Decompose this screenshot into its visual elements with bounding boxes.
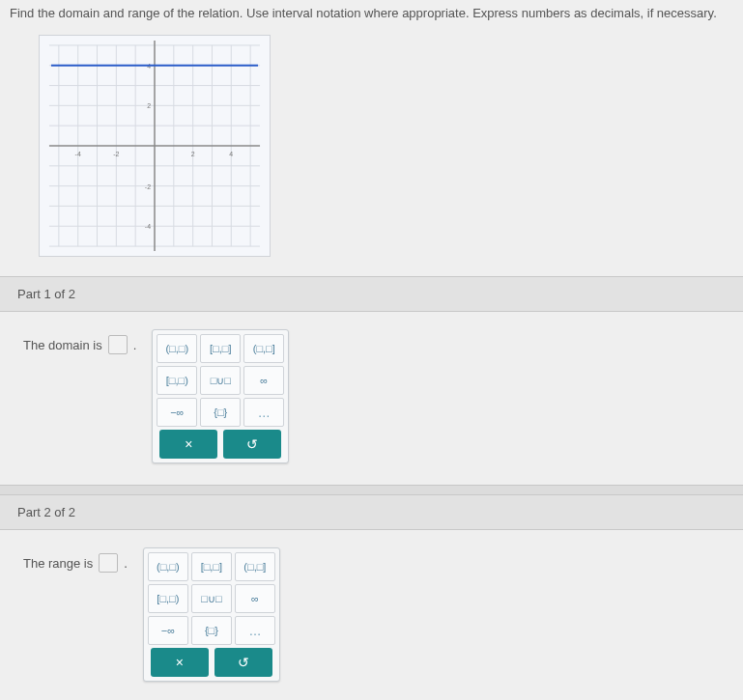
btn-infinity[interactable]: ∞	[243, 366, 284, 395]
btn-closed-closed[interactable]: [□,□]	[200, 334, 241, 363]
btn-union[interactable]: □∪□	[191, 584, 232, 613]
graph-container: 42 -2-4 -4-2 24	[0, 30, 743, 276]
svg-text:-2: -2	[113, 151, 119, 157]
notation-palette-2: (□,□) [□,□] (□,□] [□,□) □∪□ ∞ −∞ {□} × ↺	[143, 547, 280, 682]
btn-closed-open[interactable]: [□,□)	[157, 366, 197, 395]
instruction-text: Find the domain and range of the relatio…	[0, 0, 743, 30]
svg-text:-4: -4	[75, 151, 81, 157]
part2-body: The range is . (□,□) [□,□] (□,□] [□,□) □…	[0, 530, 743, 700]
divider	[0, 485, 743, 494]
btn-infinity[interactable]: ∞	[235, 584, 275, 613]
btn-set-braces[interactable]: {□}	[191, 616, 232, 645]
part1-body: The domain is . (□,□) [□,□] (□,□] [□,□) …	[0, 312, 743, 485]
clear-button[interactable]: ×	[159, 430, 217, 459]
btn-union[interactable]: □∪□	[200, 366, 241, 395]
undo-button[interactable]: ↺	[214, 648, 272, 677]
btn-closed-open[interactable]: [□,□)	[148, 584, 188, 613]
svg-text:2: 2	[147, 102, 151, 109]
period: .	[133, 338, 137, 352]
period: .	[124, 556, 128, 571]
notation-palette-1: (□,□) [□,□] (□,□] [□,□) □∪□ ∞ −∞ {□} × ↺	[152, 329, 289, 463]
btn-closed-closed[interactable]: [□,□]	[191, 552, 232, 581]
svg-text:-4: -4	[145, 223, 151, 230]
domain-input[interactable]	[108, 335, 128, 354]
clear-button[interactable]: ×	[151, 648, 209, 677]
svg-text:2: 2	[191, 151, 195, 157]
btn-open-closed[interactable]: (□,□]	[243, 334, 284, 363]
btn-open-open[interactable]: (□,□)	[157, 334, 197, 363]
svg-text:-2: -2	[145, 183, 151, 190]
domain-prompt: The domain is	[23, 338, 102, 352]
svg-text:4: 4	[229, 151, 233, 157]
btn-placeholder[interactable]	[243, 398, 284, 427]
undo-button[interactable]: ↺	[223, 430, 281, 459]
btn-placeholder[interactable]	[235, 616, 275, 645]
range-prompt: The range is	[23, 556, 93, 571]
btn-open-closed[interactable]: (□,□]	[235, 552, 275, 581]
relation-graph: 42 -2-4 -4-2 24	[39, 35, 271, 257]
part1-header: Part 1 of 2	[0, 276, 743, 312]
range-input[interactable]	[99, 553, 118, 573]
btn-set-braces[interactable]: {□}	[200, 398, 241, 427]
part2-header: Part 2 of 2	[0, 494, 743, 530]
btn-neg-infinity[interactable]: −∞	[157, 398, 197, 427]
btn-open-open[interactable]: (□,□)	[148, 552, 188, 581]
btn-neg-infinity[interactable]: −∞	[148, 616, 188, 645]
